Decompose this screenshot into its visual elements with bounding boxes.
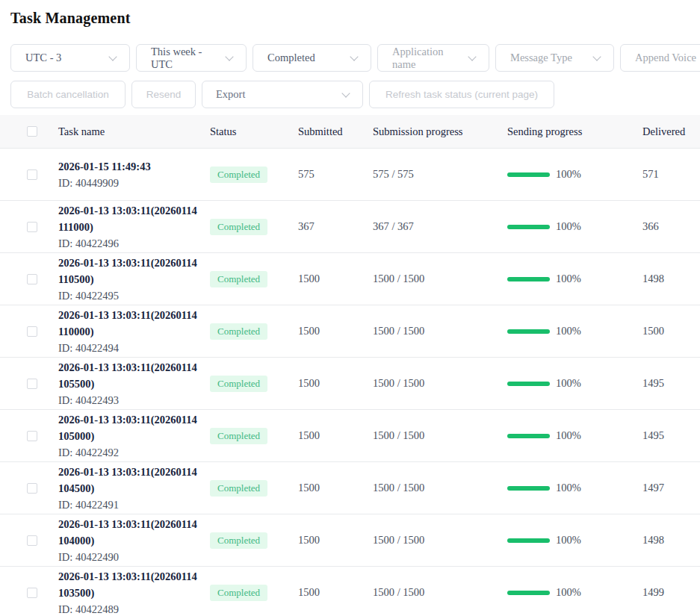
sending-progress-cell: 100% — [507, 220, 642, 233]
sending-progress-cell: 100% — [507, 534, 642, 547]
progress-percent: 100% — [556, 429, 581, 442]
status-badge: Completed — [210, 219, 267, 235]
row-checkbox[interactable] — [27, 222, 37, 232]
resend-button[interactable]: Resend — [131, 81, 196, 108]
task-id: ID: 40422493 — [58, 392, 202, 408]
chevron-down-icon — [226, 54, 234, 62]
table-row: 2026-01-13 13:03:11(20260114 110500)ID: … — [0, 253, 700, 305]
submitted-count: 1500 — [298, 482, 373, 494]
row-checkbox[interactable] — [27, 379, 37, 389]
status-cell: Completed — [210, 167, 298, 183]
delivered-count: 1495 — [642, 429, 700, 442]
table-row: 2026-01-13 13:03:11(20260114 105000)ID: … — [0, 410, 700, 462]
append-voice-select[interactable]: Append Voice — [620, 44, 700, 72]
status-cell: Completed — [210, 271, 298, 287]
task-cell: 2026-01-13 13:03:11(20260114 103500)ID: … — [58, 568, 210, 616]
row-checkbox[interactable] — [27, 483, 37, 494]
select-all-checkbox[interactable] — [27, 126, 37, 137]
submission-progress: 1500 / 1500 — [373, 429, 507, 442]
sending-progress-cell: 100% — [507, 482, 642, 494]
task-cell: 2026-01-13 13:03:11(20260114 104000)ID: … — [58, 516, 210, 565]
column-header-task-name: Task name — [58, 125, 210, 138]
row-checkbox-cell — [0, 535, 58, 546]
task-name: 2026-01-13 13:03:11(20260114 105000) — [58, 411, 202, 444]
application-name-select[interactable]: Application name — [377, 44, 489, 72]
status-cell: Completed — [210, 428, 298, 444]
export-select[interactable]: Export — [202, 81, 363, 108]
progress-bar — [507, 538, 550, 543]
row-checkbox-cell — [0, 483, 58, 494]
column-header-delivered: Delivered — [642, 125, 700, 138]
progress-percent: 100% — [556, 586, 581, 599]
submitted-count: 1500 — [298, 273, 373, 285]
progress-percent: 100% — [556, 220, 581, 233]
row-checkbox-cell — [0, 431, 58, 441]
task-name: 2026-01-13 13:03:11(20260114 105500) — [58, 359, 202, 392]
row-checkbox[interactable] — [27, 588, 37, 598]
refresh-task-status-button[interactable]: Refresh task status (current page) — [369, 81, 554, 108]
status-badge: Completed — [210, 532, 267, 549]
task-management-page: Task Management UTC - 3 This week - UTC … — [0, 0, 700, 616]
status-cell: Completed — [210, 585, 298, 601]
table-row: 2026-01-15 11:49:43ID: 40449909Completed… — [0, 149, 700, 201]
status-select-value: Completed — [267, 52, 315, 64]
message-type-placeholder: Message Type — [510, 52, 572, 64]
sending-progress-cell: 100% — [507, 273, 642, 285]
status-cell: Completed — [210, 219, 298, 235]
task-name: 2026-01-13 13:03:11(20260114 110000) — [58, 307, 202, 340]
status-cell: Completed — [210, 532, 298, 549]
sending-progress-cell: 100% — [507, 168, 642, 181]
column-header-sending-progress: Sending progress — [507, 125, 642, 138]
progress-percent: 100% — [556, 325, 581, 337]
task-id: ID: 40422492 — [58, 444, 202, 461]
row-checkbox[interactable] — [27, 431, 37, 441]
task-id: ID: 40422495 — [58, 287, 202, 304]
submission-progress: 1500 / 1500 — [373, 482, 507, 494]
message-type-select[interactable]: Message Type — [495, 44, 614, 72]
column-header-submitted: Submitted — [298, 125, 373, 138]
progress-bar — [507, 382, 550, 386]
progress-percent: 100% — [556, 168, 581, 181]
status-badge: Completed — [210, 428, 267, 444]
progress-percent: 100% — [556, 377, 581, 390]
task-cell: 2026-01-13 13:03:11(20260114 110000)ID: … — [58, 307, 210, 356]
submitted-count: 1500 — [298, 586, 373, 599]
status-select[interactable]: Completed — [253, 44, 371, 72]
status-cell: Completed — [210, 480, 298, 497]
status-badge: Completed — [210, 376, 267, 392]
date-range-select-value: This week - UTC — [151, 46, 220, 71]
row-checkbox-cell — [0, 379, 58, 389]
chevron-down-icon — [468, 54, 477, 62]
task-cell: 2026-01-13 13:03:11(20260114 105000)ID: … — [58, 411, 210, 461]
status-badge: Completed — [210, 323, 267, 340]
progress-bar — [507, 225, 550, 229]
row-checkbox[interactable] — [27, 535, 37, 546]
task-cell: 2026-01-13 13:03:11(20260114 104500)ID: … — [58, 464, 210, 513]
timezone-select[interactable]: UTC - 3 — [10, 44, 130, 72]
sending-progress-cell: 100% — [507, 325, 642, 337]
submitted-count: 1500 — [298, 325, 373, 337]
status-cell: Completed — [210, 376, 298, 392]
batch-cancellation-button[interactable]: Batch cancellation — [10, 81, 126, 108]
delivered-count: 571 — [642, 168, 700, 181]
date-range-select[interactable]: This week - UTC — [136, 44, 247, 72]
table-header-row: Task name Status Submitted Submission pr… — [0, 115, 700, 149]
table-row: 2026-01-13 13:03:11(20260114 104000)ID: … — [0, 514, 700, 567]
progress-percent: 100% — [556, 534, 581, 547]
task-id: ID: 40422494 — [58, 340, 202, 356]
action-bar: Batch cancellation Resend Export Refresh… — [10, 81, 700, 108]
row-checkbox-cell — [0, 222, 58, 232]
task-id: ID: 40422496 — [58, 235, 202, 252]
row-checkbox[interactable] — [27, 326, 37, 337]
table-row: 2026-01-13 13:03:11(20260114 105500)ID: … — [0, 358, 700, 410]
task-cell: 2026-01-13 13:03:11(20260114 111000)ID: … — [58, 202, 210, 252]
row-checkbox[interactable] — [27, 274, 37, 284]
submission-progress: 1500 / 1500 — [373, 273, 507, 285]
row-checkbox-cell — [0, 326, 58, 337]
delivered-count: 1497 — [642, 482, 700, 494]
task-cell: 2026-01-15 11:49:43ID: 40449909 — [58, 158, 210, 191]
row-checkbox[interactable] — [27, 169, 37, 180]
chevron-down-icon — [342, 90, 350, 99]
submitted-count: 367 — [298, 220, 373, 233]
task-table: Task name Status Submitted Submission pr… — [0, 115, 700, 616]
